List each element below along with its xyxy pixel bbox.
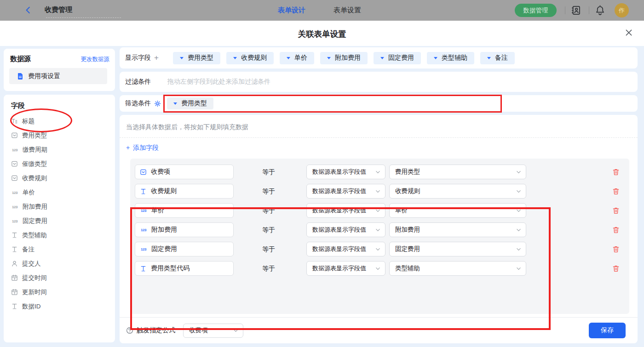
field-item-submitter[interactable]: 提交人 [4, 256, 115, 271]
triangle-down-icon [173, 102, 177, 107]
fields-title: 字段 [4, 95, 115, 114]
back-icon[interactable] [24, 6, 32, 14]
rule-source-dropdown[interactable]: 数据源表显示字段值 [306, 261, 385, 276]
calendar-icon [11, 274, 18, 281]
change-datasource-link[interactable]: 更改数据源 [81, 56, 110, 63]
chevron-down-icon [516, 266, 522, 272]
trash-icon[interactable] [612, 226, 620, 233]
number-icon [11, 217, 18, 225]
number-icon [140, 226, 147, 233]
top-navigation-bar: 收费管理 表单设计 表单设置 数据管理 作 [0, 0, 644, 21]
field-item-fee-type[interactable]: 费用类型 [4, 128, 115, 142]
field-item-update-time[interactable]: 更新时间 [4, 285, 115, 299]
dashed-divider [120, 137, 638, 138]
triangle-down-icon [233, 57, 237, 61]
rule-source-dropdown[interactable]: 数据源表显示字段值 [306, 184, 385, 199]
rule-field-box[interactable]: 附加费用 [135, 222, 234, 237]
trash-icon[interactable] [612, 245, 620, 253]
field-item-type-aux[interactable]: 类型辅助 [4, 228, 115, 242]
field-item-submit-time[interactable]: 提交时间 [4, 271, 115, 285]
divider [565, 6, 565, 14]
trash-icon[interactable] [612, 168, 620, 176]
triangle-down-icon [380, 57, 384, 61]
filter-conditions-bar: 过滤条件 拖动左侧字段到此处来添加过滤条件 [120, 72, 638, 92]
rule-target-dropdown[interactable]: 附加费用 [389, 222, 526, 237]
tab-form-settings[interactable]: 表单设置 [334, 6, 361, 15]
select-icon [11, 160, 18, 167]
close-icon[interactable] [625, 28, 633, 37]
text-icon [140, 265, 147, 272]
rule-field-box[interactable]: 收费项 [135, 165, 234, 179]
calendar-icon [11, 289, 18, 296]
rule-field-box[interactable]: 单价 [135, 203, 234, 218]
rule-target-dropdown[interactable]: 固定费用 [389, 242, 526, 256]
rule-target-dropdown[interactable]: 单价 [389, 203, 526, 218]
bell-icon[interactable] [595, 5, 605, 16]
rule-target-dropdown[interactable]: 收费规则 [389, 184, 526, 199]
rule-field-box[interactable]: 收费规则 [135, 184, 234, 199]
trash-icon[interactable] [612, 207, 620, 214]
field-item-remark[interactable]: 备注 [4, 242, 115, 256]
sift-chip-fee-type[interactable]: 费用类型 [167, 97, 213, 109]
field-item-unit-price[interactable]: 单价 [4, 185, 115, 199]
trash-icon[interactable] [612, 265, 620, 272]
equals-label: 等于 [262, 165, 275, 179]
rule-row: 附加费用 等于 数据源表显示字段值 附加费用 [130, 222, 629, 237]
trigger-formula-dropdown[interactable]: 收费项 [183, 324, 243, 338]
display-chip-unit-price[interactable]: 单价 [280, 52, 314, 64]
rule-target-dropdown[interactable]: 类型辅助 [389, 261, 526, 276]
trash-icon[interactable] [612, 188, 620, 195]
rule-target-dropdown[interactable]: 费用类型 [389, 165, 526, 179]
triangle-down-icon [434, 57, 437, 61]
rule-source-dropdown[interactable]: 数据源表显示字段值 [306, 222, 385, 237]
rule-source-dropdown[interactable]: 数据源表显示字段值 [306, 242, 385, 256]
rule-row: 费用类型代码 等于 数据源表显示字段值 类型辅助 [130, 261, 629, 276]
save-button[interactable]: 保存 [589, 323, 626, 338]
datasource-item[interactable]: 费用项设置 [9, 68, 107, 84]
rule-source-dropdown[interactable]: 数据源表显示字段值 [306, 203, 385, 218]
field-item-fee-rule[interactable]: 收费规则 [4, 171, 115, 185]
field-item-fixed-fee[interactable]: 固定费用 [4, 214, 115, 228]
text-icon [11, 232, 18, 239]
datasource-panel: 数据源 更改数据源 费用项设置 [4, 49, 115, 91]
display-chip-type-aux[interactable]: 类型辅助 [427, 52, 474, 64]
rules-list: 收费项 等于 数据源表显示字段值 费用类型 收费规则 等于 数据源表显示字段值 … [130, 159, 629, 314]
field-item-data-id[interactable]: 数据ID [4, 299, 115, 313]
avatar[interactable]: 作 [615, 3, 629, 17]
add-field-button[interactable]: + 添加字段 [126, 144, 159, 152]
data-manage-button[interactable]: 数据管理 [515, 4, 557, 17]
field-item-extra-fee[interactable]: 附加费用 [4, 199, 115, 214]
filter-drop-zone[interactable]: 拖动左侧字段到此处来添加过滤条件 [167, 78, 632, 86]
rule-source-dropdown[interactable]: 数据源表显示字段值 [306, 165, 385, 179]
app-title: 收费管理 [45, 6, 72, 14]
display-chip-fixed-fee[interactable]: 固定费用 [374, 52, 421, 64]
question-circle-icon[interactable] [126, 327, 133, 334]
chevron-down-icon [375, 208, 381, 214]
field-item-title[interactable]: 标题 [4, 114, 115, 128]
display-chip-remark[interactable]: 备注 [480, 52, 515, 64]
chevron-down-icon [375, 227, 381, 233]
field-item-pay-cycle[interactable]: 缴费周期 [4, 142, 115, 157]
contacts-book-icon[interactable] [571, 5, 581, 16]
rules-footer: 触发指定公式 收费项 保存 [120, 317, 638, 343]
tab-form-design[interactable]: 表单设计 [278, 6, 305, 15]
divider [589, 6, 589, 14]
datasource-item-label: 费用项设置 [28, 72, 60, 80]
triangle-down-icon [487, 57, 491, 61]
rule-field-box[interactable]: 费用类型代码 [135, 261, 234, 276]
display-chip-fee-type[interactable]: 费用类型 [173, 52, 220, 64]
modal-header: 关联表单设置 [0, 21, 644, 46]
add-display-field-button[interactable]: + [154, 53, 159, 63]
display-fields-bar: 显示字段 + 费用类型 收费规则 单价 附加费用 固定费用 类型辅助 备注 [120, 47, 638, 68]
display-chip-extra-fee[interactable]: 附加费用 [320, 52, 368, 64]
gear-icon[interactable] [154, 100, 161, 107]
field-item-urge-type[interactable]: 催缴类型 [4, 157, 115, 171]
text-icon [11, 303, 18, 310]
rule-row: 收费规则 等于 数据源表显示字段值 收费规则 [130, 184, 629, 199]
chevron-down-icon [516, 208, 522, 214]
datasource-title: 数据源 [10, 55, 31, 63]
text-icon [140, 188, 147, 195]
rule-field-box[interactable]: 固定费用 [135, 242, 234, 256]
display-chip-fee-rule[interactable]: 收费规则 [226, 52, 274, 64]
chevron-down-icon [516, 169, 522, 175]
